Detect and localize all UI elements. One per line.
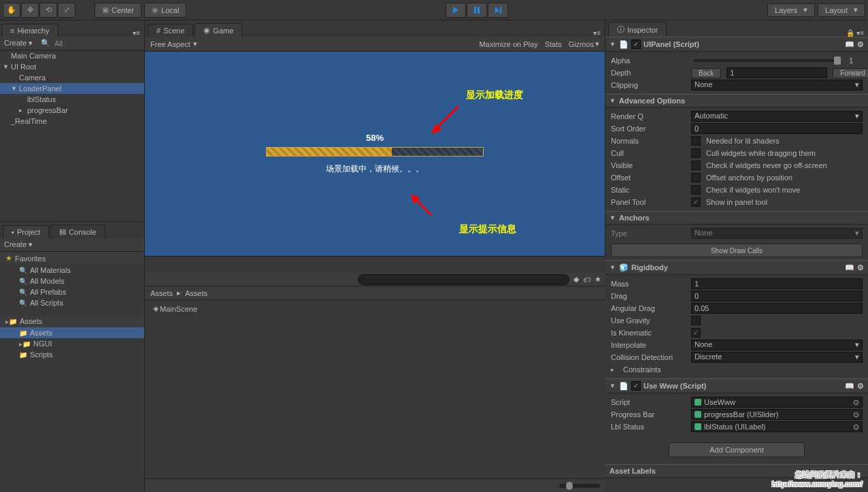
inspector-tab[interactable]: ⓘInspector — [608, 22, 667, 37]
tree-item[interactable]: _RealTime — [0, 116, 144, 127]
tag-icon[interactable]: 🏷 — [583, 276, 590, 284]
gravity-checkbox[interactable] — [691, 316, 701, 325]
console-tab[interactable]: ▤Console — [50, 225, 105, 238]
gear-icon[interactable]: ⚙ — [857, 263, 864, 272]
help-icon[interactable]: 📖 — [845, 40, 854, 49]
drag-input[interactable] — [691, 291, 863, 301]
stats-toggle[interactable]: Stats — [545, 40, 562, 48]
rigidbody-header[interactable]: ▼ 🧊 Rigidbody 📖 ⚙ — [605, 260, 868, 275]
favorite-item[interactable]: 🔍All Scripts — [0, 297, 144, 308]
maximize-toggle[interactable]: Maximize on Play — [479, 40, 537, 48]
gizmos-toggle[interactable]: Gizmos — [569, 40, 594, 48]
favorite-item[interactable]: 🔍All Prefabs — [0, 286, 144, 297]
star-icon[interactable]: ★ — [595, 275, 601, 284]
search-icon: 🔍 — [19, 299, 27, 307]
panel-menu-icon[interactable]: ▾≡ — [593, 29, 601, 37]
depth-back-button[interactable]: Back — [691, 68, 721, 78]
breadcrumb-item[interactable]: Assets — [185, 289, 207, 297]
assets-header[interactable]: ▸📁Assets — [0, 315, 144, 327]
favorites-header[interactable]: ★Favorites — [0, 252, 144, 265]
folder-item[interactable]: 📁Scripts — [0, 349, 144, 360]
pause-button[interactable] — [467, 3, 487, 18]
layers-dropdown[interactable]: Layers▾ — [767, 3, 815, 17]
enable-checkbox[interactable] — [631, 381, 641, 391]
play-button[interactable] — [446, 3, 466, 18]
depth-input[interactable] — [727, 67, 827, 78]
drawcalls-button[interactable]: Show Draw Calls — [611, 244, 863, 257]
gear-icon[interactable]: ⚙ — [857, 40, 864, 49]
sortorder-input[interactable] — [691, 123, 863, 134]
collision-dropdown[interactable]: Discrete▾ — [691, 352, 863, 363]
angulardrag-input[interactable] — [691, 303, 863, 314]
cull-checkbox[interactable] — [691, 148, 701, 158]
folder-item[interactable]: ▸📁NGUI — [0, 338, 144, 349]
tree-item[interactable]: ▼UI Root — [0, 61, 144, 72]
svg-rect-2 — [500, 7, 501, 14]
renderq-dropdown[interactable]: Automatic▾ — [691, 111, 863, 122]
alpha-value: 1 — [849, 56, 863, 65]
search-label[interactable]: All — [54, 39, 63, 48]
filter-icon[interactable]: ◆ — [573, 275, 579, 284]
pivot-toggle[interactable]: ▣Center — [95, 3, 141, 18]
enable-checkbox[interactable] — [631, 39, 641, 49]
kinematic-checkbox[interactable] — [691, 328, 701, 338]
hand-tool[interactable]: ✋ — [3, 3, 20, 18]
clipping-dropdown[interactable]: None▾ — [691, 80, 863, 91]
space-toggle[interactable]: ◉Local — [144, 3, 186, 18]
asset-item[interactable]: ◈MainScene — [150, 303, 600, 314]
breadcrumb-item[interactable]: Assets — [150, 289, 173, 297]
folder-item-selected[interactable]: 📁Assets — [0, 327, 144, 338]
create-dropdown[interactable]: Create ▾ — [4, 240, 33, 249]
normals-checkbox[interactable] — [691, 136, 701, 146]
move-tool[interactable]: ✥ — [21, 3, 39, 18]
type-dropdown[interactable]: None▾ — [691, 228, 863, 239]
static-checkbox[interactable] — [691, 185, 701, 195]
help-icon[interactable]: 📖 — [845, 382, 854, 391]
offset-checkbox[interactable] — [691, 173, 701, 182]
paneltool-checkbox[interactable] — [691, 197, 701, 207]
favorite-item[interactable]: 🔍All Materials — [0, 265, 144, 276]
tree-item[interactable]: ▸progressBar — [0, 105, 144, 116]
search-input[interactable] — [358, 274, 569, 285]
game-tab[interactable]: ◉Game — [195, 23, 242, 37]
search-icon: 🔍 — [19, 278, 27, 285]
add-component-button[interactable]: Add Component — [669, 442, 805, 457]
constraints-label[interactable]: Constraints — [623, 365, 661, 374]
alpha-slider[interactable] — [694, 59, 841, 62]
usewww-header[interactable]: ▼ 📄 Use Www (Script) 📖 ⚙ — [605, 378, 868, 393]
interpolate-dropdown[interactable]: None▾ — [691, 340, 863, 350]
favorite-item[interactable]: 🔍All Models — [0, 276, 144, 286]
progressbar-label: Progress Bar — [611, 410, 686, 419]
depth-forward-button[interactable]: Forward — [833, 68, 868, 78]
lblstatus-field[interactable]: lblStatus (UILabel)⊙ — [691, 421, 863, 432]
aspect-dropdown[interactable]: Free Aspect — [150, 40, 190, 48]
tree-item-selected[interactable]: ▼LoaderPanel — [0, 83, 144, 94]
tree-item[interactable]: Main Camera — [0, 50, 144, 61]
lock-icon[interactable]: 🔒 ▾≡ — [846, 29, 864, 37]
tree-item[interactable]: Camera — [0, 72, 144, 83]
scale-tool[interactable]: ⤢ — [58, 3, 76, 18]
progressbar-field[interactable]: progressBar (UISlider)⊙ — [691, 409, 863, 420]
zoom-slider[interactable] — [559, 484, 600, 488]
advanced-options-header[interactable]: ▼Advanced Options — [605, 94, 868, 108]
visible-checkbox[interactable] — [691, 161, 701, 170]
step-button[interactable] — [488, 3, 508, 18]
script-field[interactable]: UseWww⊙ — [691, 397, 863, 408]
folder-icon: ▸📁 — [5, 318, 17, 325]
clipping-label: Clipping — [611, 81, 686, 89]
anchors-header[interactable]: ▼Anchors — [605, 211, 868, 225]
project-tab[interactable]: ▪Project — [3, 225, 49, 238]
layout-dropdown[interactable]: Layout▾ — [818, 3, 865, 17]
rotate-tool[interactable]: ⟲ — [39, 3, 57, 18]
uipanel-header[interactable]: ▼ 📄 UIPanel (Script) 📖 ⚙ — [605, 37, 868, 52]
help-icon[interactable]: 📖 — [845, 263, 854, 272]
lblstatus-label: Lbl Status — [611, 423, 686, 431]
panel-menu-icon[interactable]: ▾≡ — [133, 29, 140, 37]
static-label: Static — [611, 186, 686, 194]
hierarchy-tab[interactable]: ≡Hierarchy — [1, 24, 59, 37]
tree-item[interactable]: lblStatus — [0, 94, 144, 105]
create-dropdown[interactable]: Create ▾ — [4, 39, 33, 48]
scene-tab[interactable]: #Scene — [148, 24, 193, 37]
gear-icon[interactable]: ⚙ — [857, 382, 864, 391]
mass-input[interactable] — [691, 278, 863, 289]
